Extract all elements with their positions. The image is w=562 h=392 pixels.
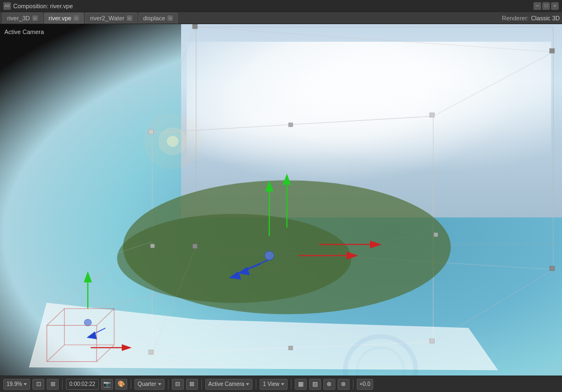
active-camera-dropdown[interactable]: Active Camera [205,379,253,390]
tab-rivervpe[interactable]: river.vpe × [44,13,85,24]
svg-marker-37 [84,271,92,282]
tab-river3d[interactable]: river_3D × [2,13,43,24]
render-btn-1[interactable]: ▦ [295,379,307,390]
color-icon-button[interactable]: 🎨 [115,379,127,390]
render-btn-4[interactable]: ⊗ [338,379,350,390]
svg-rect-28 [289,123,293,127]
svg-marker-35 [283,173,291,184]
tab-displace[interactable]: displace × [138,13,178,24]
camera-chevron-icon [246,383,249,385]
active-camera-label: Active Camera [209,381,245,387]
separator-6 [291,379,291,389]
region2-button[interactable]: ⊠ [186,379,198,390]
render-btn-2[interactable]: ▨ [309,379,321,390]
zoom-chevron-icon [24,383,27,385]
tab-bar: river_3D × river.vpe × river2_Water × di… [0,12,562,24]
renderer-label: Renderer: Classic 3D [502,15,560,21]
separator-3 [168,379,168,389]
region-button[interactable]: ⊟ [172,379,184,390]
bottom-toolbar: 19.9% ⊡ ⊞ 0:00:02:22 📷 🎨 Quarter ⊟ ⊠ Act… [0,376,562,392]
tab-river3d-close[interactable]: × [32,15,38,21]
maximize-button[interactable]: □ [542,2,550,10]
tab-rivervpe-close[interactable]: × [74,15,79,21]
separator-4 [201,379,202,389]
svg-rect-23 [430,339,435,343]
view-count-dropdown[interactable]: 1 View [260,379,288,390]
zoom-dropdown[interactable]: 19.9% [3,379,30,390]
tab-displace-label: displace [143,15,165,21]
svg-rect-27 [550,266,555,271]
view-count-label: 1 View [263,381,279,387]
svg-rect-21 [430,113,435,117]
separator-5 [256,379,256,389]
separator-2 [131,379,131,389]
svg-point-60 [167,136,178,147]
window-title: Composition: river.vpe [13,3,73,9]
tab-rivervpe-label: river.vpe [49,15,72,21]
svg-line-66 [433,270,553,342]
renderer-value: Classic 3D [531,15,560,21]
svg-rect-24 [193,24,198,29]
fit-view-button[interactable]: ⊡ [32,379,44,390]
separator-1 [62,379,63,389]
window-controls[interactable]: ─ □ × [533,2,559,10]
scene-svg [0,24,562,376]
svg-point-50 [265,251,274,260]
title-bar-left: AE Composition: river.vpe [3,2,73,10]
exposure-value[interactable]: +0.0 [357,379,373,390]
viewport[interactable]: Active Camera [0,24,562,376]
tab-river2water-close[interactable]: × [127,15,132,21]
render-btn-3[interactable]: ⊕ [323,379,335,390]
tab-displace-close[interactable]: × [167,15,173,21]
svg-rect-30 [434,233,437,237]
zoom-value: 19.9% [7,381,22,387]
quality-chevron-icon [158,383,161,385]
camera-icon-button[interactable]: 📷 [101,379,113,390]
timecode-display[interactable]: 0:00:02:22 [66,379,98,390]
svg-point-51 [85,319,92,326]
close-button[interactable]: × [551,2,559,10]
tab-river2water[interactable]: river2_Water × [85,13,137,24]
view-options-button[interactable]: ⊞ [47,379,59,390]
minimize-button[interactable]: ─ [533,2,541,10]
quality-dropdown[interactable]: Quarter [134,379,165,390]
svg-rect-29 [289,346,293,350]
svg-rect-26 [193,244,198,248]
ae-icon: AE [3,2,11,10]
svg-rect-22 [149,350,154,354]
svg-line-63 [0,161,152,236]
active-camera-overlay-label: Active Camera [4,29,44,35]
quality-label: Quarter [138,381,156,387]
svg-rect-31 [150,244,154,248]
svg-rect-25 [550,49,555,53]
tab-river3d-label: river_3D [7,15,30,21]
svg-line-7 [196,27,553,52]
title-bar: AE Composition: river.vpe ─ □ × [0,0,562,12]
view-chevron-icon [281,383,284,385]
tab-river2water-label: river2_Water [90,15,125,21]
svg-point-19 [117,214,351,303]
separator-7 [353,379,353,389]
